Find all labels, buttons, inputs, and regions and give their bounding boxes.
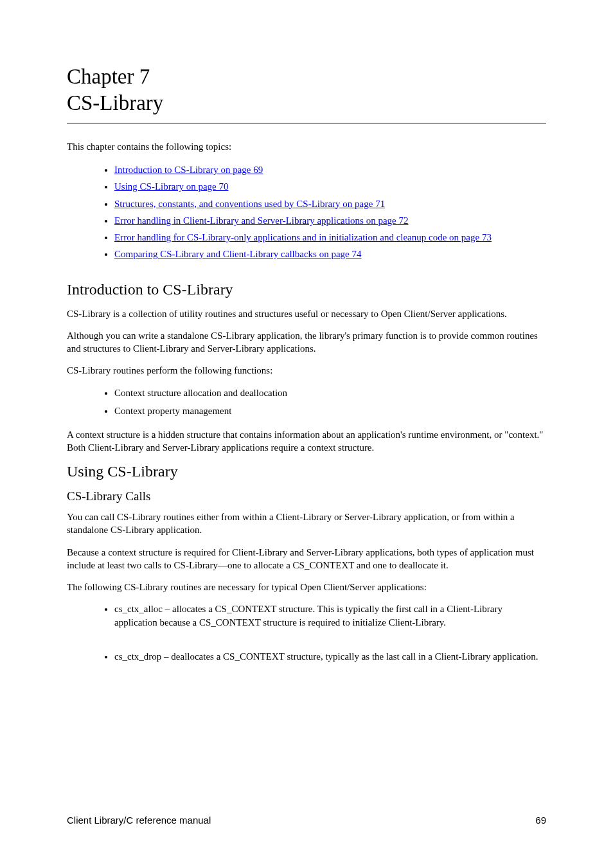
bullet-list: Context structure allocation and dealloc… (67, 386, 546, 418)
section-heading-using: Using CS-Library (67, 463, 546, 480)
section-heading-intro: Introduction to CS-Library (67, 281, 546, 298)
list-item: Context property management (114, 404, 546, 418)
toc-link-structures-constants[interactable]: Structures, constants, and conventions u… (114, 199, 385, 209)
horizontal-rule (67, 123, 546, 123)
paragraph: CS-Library is a collection of utility ro… (67, 307, 546, 320)
toc-list: Introduction to CS-Library on page 69 Us… (67, 161, 546, 263)
toc-item: Using CS-Library on page 70 (114, 178, 546, 195)
bullet-list: cs_ctx_alloc – allocates a CS_CONTEXT st… (67, 602, 546, 664)
paragraph: A context structure is a hidden structur… (67, 428, 546, 455)
toc-link-using-cs-library[interactable]: Using CS-Library on page 70 (114, 181, 228, 192)
list-item: cs_ctx_alloc – allocates a CS_CONTEXT st… (114, 602, 546, 629)
intro-lead: This chapter contains the following topi… (67, 141, 546, 152)
toc-link-comparing-callbacks[interactable]: Comparing CS-Library and Client-Library … (114, 249, 361, 259)
paragraph: The following CS-Library routines are ne… (67, 581, 546, 593)
footer-doc-title: Client Library/C reference manual (67, 815, 211, 826)
paragraph: Because a context structure is required … (67, 546, 546, 572)
paragraph: You can call CS-Library routines either … (67, 511, 546, 537)
list-item: Context structure allocation and dealloc… (114, 386, 546, 400)
toc-item: Error handling in Client-Library and Ser… (114, 212, 546, 229)
toc-item: Structures, constants, and conventions u… (114, 195, 546, 212)
toc-item: Introduction to CS-Library on page 69 (114, 161, 546, 178)
paragraph: Although you can write a standalone CS-L… (67, 329, 546, 356)
toc-link-error-handling-cs-only[interactable]: Error handling for CS-Library-only appli… (114, 232, 492, 242)
toc-link-intro-cs-library[interactable]: Introduction to CS-Library on page 69 (114, 165, 263, 175)
footer-page-number: 69 (535, 815, 546, 826)
subsection-heading-calls: CS-Library Calls (67, 489, 546, 503)
page-footer: Client Library/C reference manual 69 (67, 815, 546, 826)
toc-item: Error handling for CS-Library-only appli… (114, 229, 546, 246)
toc-link-error-handling-client-server[interactable]: Error handling in Client-Library and Ser… (114, 215, 408, 226)
chapter-label: Chapter 7 (67, 65, 546, 89)
chapter-title: CS-Library (67, 91, 546, 115)
toc-item: Comparing CS-Library and Client-Library … (114, 246, 546, 262)
paragraph: CS-Library routines perform the followin… (67, 364, 546, 377)
list-item: cs_ctx_drop – deallocates a CS_CONTEXT s… (114, 650, 546, 664)
